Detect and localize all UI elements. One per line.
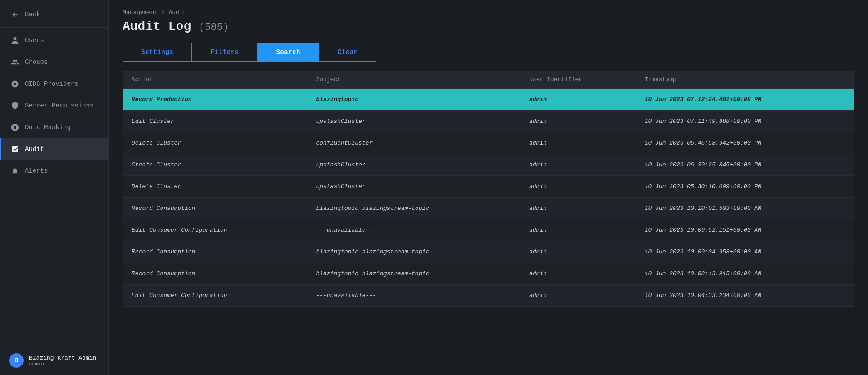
settings-button[interactable]: Settings: [123, 43, 192, 62]
toolbar: Settings Filters Search Clear: [123, 43, 854, 62]
cell-1: upstashCluster: [307, 111, 520, 132]
cell-3: 10 Jun 2023 10:10:01.503+00:00 AM: [636, 198, 854, 219]
back-icon: [10, 10, 20, 19]
cell-2: admin: [520, 132, 636, 154]
sidebar-item-data-masking-label: Data Masking: [25, 124, 71, 131]
sidebar-item-data-masking[interactable]: Data Masking: [0, 117, 108, 138]
shield-icon: [10, 101, 20, 110]
cell-2: admin: [520, 198, 636, 219]
table-body: Record Productionblazingtopicadmin10 Jun…: [123, 89, 854, 307]
cell-2: admin: [520, 241, 636, 263]
table-row[interactable]: Record Productionblazingtopicadmin10 Jun…: [123, 89, 854, 111]
cell-3: 10 Jun 2023 06:46:58.942+00:00 PM: [636, 132, 854, 154]
table-row[interactable]: Record Consumptionblazingtopic blazingst…: [123, 263, 854, 285]
cell-2: admin: [520, 285, 636, 307]
cell-2: admin: [520, 154, 636, 176]
col-header-action: Action: [123, 71, 307, 89]
audit-table: Action Subject User Identifier Timestamp…: [123, 71, 854, 307]
cell-0: Edit Consumer Configuration: [123, 285, 307, 307]
cell-1: ---unavailable---: [307, 285, 520, 307]
cell-3: 10 Jun 2023 07:12:24.481+00:00 PM: [636, 89, 854, 111]
page-title: Audit Log (585): [123, 19, 854, 34]
cell-1: confluentCluster: [307, 132, 520, 154]
cell-3: 10 Jun 2023 10:08:43.915+00:00 AM: [636, 263, 854, 285]
cell-3: 10 Jun 2023 10:04:33.234+00:00 AM: [636, 285, 854, 307]
table-header-row: Action Subject User Identifier Timestamp: [123, 71, 854, 89]
breadcrumb: Management / Audit: [123, 9, 854, 16]
avatar: B: [9, 353, 24, 368]
table-row[interactable]: Delete ClusterconfluentClusteradmin10 Ju…: [123, 132, 854, 154]
cell-0: Delete Cluster: [123, 176, 307, 198]
sidebar-footer: B Blazing Kraft Admin admin: [0, 346, 108, 375]
mask-icon: [10, 123, 20, 132]
user-name: Blazing Kraft Admin: [29, 355, 96, 361]
cell-0: Record Consumption: [123, 198, 307, 219]
table-header: Action Subject User Identifier Timestamp: [123, 71, 854, 89]
cell-0: Record Consumption: [123, 241, 307, 263]
cell-2: admin: [520, 89, 636, 111]
alerts-icon: [10, 166, 20, 175]
cell-0: Record Consumption: [123, 263, 307, 285]
sidebar-item-users[interactable]: Users: [0, 29, 108, 51]
groups-icon: [10, 58, 20, 67]
cell-0: Delete Cluster: [123, 132, 307, 154]
sidebar-item-server-permissions-label: Server Permissions: [25, 102, 93, 109]
user-role: admin: [29, 361, 96, 367]
table-row[interactable]: Edit ClusterupstashClusteradmin10 Jun 20…: [123, 111, 854, 132]
sidebar-item-audit-label: Audit: [25, 146, 44, 153]
sidebar-item-alerts[interactable]: Alerts: [0, 160, 108, 182]
cell-1: upstashCluster: [307, 154, 520, 176]
col-header-user: User Identifier: [520, 71, 636, 89]
sidebar-item-back[interactable]: Back: [0, 4, 108, 25]
cell-0: Record Production: [123, 89, 307, 111]
cell-3: 10 Jun 2023 10:09:52.151+00:00 AM: [636, 219, 854, 241]
main-content: Management / Audit Audit Log (585) Setti…: [109, 0, 868, 375]
cell-3: 10 Jun 2023 10:09:04.958+00:00 AM: [636, 241, 854, 263]
audit-icon: [10, 145, 20, 154]
sidebar: Back Users Groups OIDC Providers: [0, 0, 109, 375]
audit-table-container: Action Subject User Identifier Timestamp…: [123, 71, 854, 366]
cell-1: blazingtopic blazingstream-topic: [307, 263, 520, 285]
cell-0: Create Cluster: [123, 154, 307, 176]
table-row[interactable]: Create ClusterupstashClusteradmin10 Jun …: [123, 154, 854, 176]
sidebar-item-alerts-label: Alerts: [25, 167, 48, 175]
col-header-timestamp: Timestamp: [636, 71, 854, 89]
sidebar-item-groups-label: Groups: [25, 58, 48, 66]
sidebar-item-back-label: Back: [25, 11, 40, 18]
cell-1: blazingtopic blazingstream-topic: [307, 241, 520, 263]
users-icon: [10, 36, 20, 45]
user-info: Blazing Kraft Admin admin: [29, 355, 96, 367]
sidebar-item-oidc-label: OIDC Providers: [25, 80, 78, 88]
cell-1: ---unavailable---: [307, 219, 520, 241]
sidebar-item-server-permissions[interactable]: Server Permissions: [0, 95, 108, 117]
cell-3: 10 Jun 2023 06:39:25.845+00:00 PM: [636, 154, 854, 176]
cell-0: Edit Cluster: [123, 111, 307, 132]
sidebar-item-users-label: Users: [25, 37, 44, 44]
oidc-icon: [10, 79, 20, 88]
table-row[interactable]: Delete ClusterupstashClusteradmin10 Jun …: [123, 176, 854, 198]
col-header-subject: Subject: [307, 71, 520, 89]
sidebar-navigation: Back Users Groups OIDC Providers: [0, 0, 108, 346]
table-row[interactable]: Record Consumptionblazingtopic blazingst…: [123, 241, 854, 263]
sidebar-item-audit[interactable]: Audit: [0, 138, 108, 160]
cell-3: 10 Jun 2023 07:11:49.888+00:00 PM: [636, 111, 854, 132]
sidebar-item-groups[interactable]: Groups: [0, 51, 108, 73]
table-row[interactable]: Record Consumptionblazingtopic blazingst…: [123, 198, 854, 219]
cell-1: blazingtopic blazingstream-topic: [307, 198, 520, 219]
filters-button[interactable]: Filters: [192, 43, 257, 62]
record-count: (585): [199, 22, 229, 33]
table-row[interactable]: Edit Consumer Configuration---unavailabl…: [123, 219, 854, 241]
cell-2: admin: [520, 219, 636, 241]
table-row[interactable]: Edit Consumer Configuration---unavailabl…: [123, 285, 854, 307]
cell-2: admin: [520, 176, 636, 198]
clear-button[interactable]: Clear: [319, 43, 377, 62]
cell-0: Edit Consumer Configuration: [123, 219, 307, 241]
sidebar-divider: [0, 27, 108, 28]
cell-3: 10 Jun 2023 05:30:10.099+00:00 PM: [636, 176, 854, 198]
cell-1: upstashCluster: [307, 176, 520, 198]
search-button[interactable]: Search: [258, 43, 319, 62]
sidebar-item-oidc[interactable]: OIDC Providers: [0, 73, 108, 95]
cell-2: admin: [520, 111, 636, 132]
cell-2: admin: [520, 263, 636, 285]
cell-1: blazingtopic: [307, 89, 520, 111]
